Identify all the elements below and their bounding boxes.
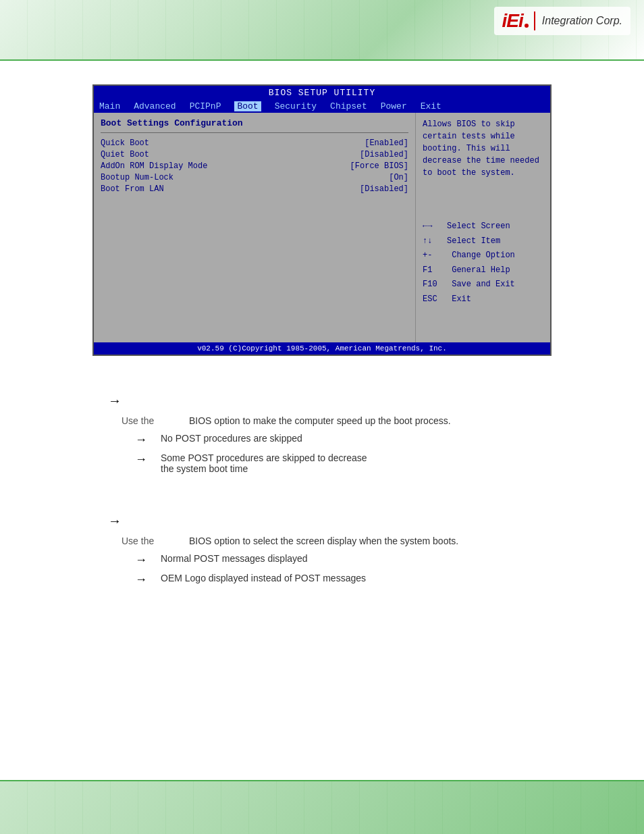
bios-divider: [101, 132, 408, 133]
bios-option-quick-boot[interactable]: Quick Boot [Enabled]: [101, 138, 408, 148]
section2-description-text: BIOS option to select the screen display…: [189, 536, 536, 546]
content-section-2: → Use the BIOS option to select the scre…: [41, 486, 603, 599]
bios-right-panel: Allows BIOS to skip certain tests while …: [415, 113, 550, 342]
bios-option-value-numlock: [On]: [389, 173, 408, 182]
section1-heading-arrow: →: [108, 393, 536, 409]
logo-area: iEi Integration Corp.: [494, 7, 630, 35]
nav-main[interactable]: Main: [99, 101, 120, 111]
section2-sub-option-1: → Normal POST messages displayed: [108, 553, 536, 567]
bios-option-quiet-boot[interactable]: Quiet Boot [Disabled]: [101, 150, 408, 159]
section2-sub-text-2: OEM Logo displayed instead of POST messa…: [161, 573, 366, 583]
bios-option-label-quiet-boot: Quiet Boot: [101, 150, 360, 159]
nav-exit[interactable]: Exit: [421, 101, 441, 111]
bios-option-label-quick-boot: Quick Boot: [101, 138, 365, 148]
nav-pcipnp[interactable]: PCIPnP: [190, 101, 221, 111]
bios-option-value-quick-boot: [Enabled]: [365, 138, 408, 148]
section1-description-text: BIOS option to make the computer speed u…: [189, 415, 536, 426]
key-row-f1: F1 General Help: [423, 263, 543, 278]
logo-text: Integration Corp.: [542, 15, 622, 27]
nav-boot[interactable]: Boot: [234, 101, 261, 111]
key-row-updown: ↑↓ Select Item: [423, 234, 543, 249]
bios-nav: Main Advanced PCIPnP Boot Security Chips…: [94, 100, 550, 113]
content-section-1: → Use the BIOS option to make the comput…: [41, 366, 603, 486]
section2-sub-text-1: Normal POST messages displayed: [161, 553, 308, 564]
bios-footer: v02.59 (C)Copyright 1985-2005, American …: [94, 342, 550, 355]
section2-sub-option-2: → OEM Logo displayed instead of POST mes…: [108, 573, 536, 587]
bios-option-value-boot-lan: [Disabled]: [360, 184, 408, 194]
bios-body: Boot Settings Configuration Quick Boot […: [94, 113, 550, 342]
bios-left-panel: Boot Settings Configuration Quick Boot […: [94, 113, 415, 342]
section1-description: Use the BIOS option to make the computer…: [108, 415, 536, 426]
bios-option-numlock[interactable]: Bootup Num-Lock [On]: [101, 173, 408, 182]
logo-iei: iEi: [502, 10, 523, 32]
nav-security[interactable]: Security: [275, 101, 317, 111]
bios-option-label-boot-lan: Boot From LAN: [101, 184, 360, 194]
key-row-arrows: ←→ Select Screen: [423, 219, 543, 234]
section1-sub-text-2: Some POST procedures are skipped to decr…: [161, 452, 367, 474]
logo-dot: [525, 24, 529, 28]
sub-arrow-2: →: [135, 452, 147, 467]
bios-option-boot-lan[interactable]: Boot From LAN [Disabled]: [101, 184, 408, 194]
section2-use-the-label: Use the: [122, 536, 189, 546]
section1-sub-option-2: → Some POST procedures are skipped to de…: [108, 452, 536, 474]
bottom-circuit-decoration: [0, 781, 644, 834]
sub-arrow-1: →: [135, 433, 147, 447]
key-row-esc: ESC Exit: [423, 292, 543, 307]
bios-option-value-quiet-boot: [Disabled]: [360, 150, 408, 159]
section2-heading-arrow: →: [108, 513, 536, 529]
section1-sub-text-1: No POST procedures are skipped: [161, 433, 302, 444]
bios-option-label-addon-rom: AddOn ROM Display Mode: [101, 161, 350, 171]
section1-sub-option-1: → No POST procedures are skipped: [108, 433, 536, 447]
bios-title: BIOS SETUP UTILITY: [94, 86, 550, 100]
logo-divider: [534, 11, 535, 30]
section1-use-the-label: Use the: [122, 415, 189, 426]
bios-keys: ←→ Select Screen ↑↓ Select Item +- Chang…: [423, 219, 543, 307]
section2-description: Use the BIOS option to select the screen…: [108, 536, 536, 546]
bios-option-addon-rom[interactable]: AddOn ROM Display Mode [Force BIOS]: [101, 161, 408, 171]
main-content: BIOS SETUP UTILITY Main Advanced PCIPnP …: [0, 61, 644, 613]
nav-chipset[interactable]: Chipset: [330, 101, 367, 111]
bios-screen: BIOS SETUP UTILITY Main Advanced PCIPnP …: [92, 84, 552, 356]
sub-arrow-4: →: [135, 573, 147, 587]
nav-advanced[interactable]: Advanced: [134, 101, 176, 111]
sub-arrow-3: →: [135, 553, 147, 567]
key-row-f10: F10 Save and Exit: [423, 278, 543, 292]
bios-option-label-numlock: Bootup Num-Lock: [101, 173, 389, 182]
nav-power[interactable]: Power: [381, 101, 407, 111]
key-row-plusminus: +- Change Option: [423, 249, 543, 263]
bios-section-title: Boot Settings Configuration: [101, 118, 408, 128]
top-header: iEi Integration Corp.: [0, 0, 644, 61]
bottom-footer: [0, 780, 644, 834]
bios-option-value-addon-rom: [Force BIOS]: [350, 161, 408, 171]
bios-help-text: Allows BIOS to skip certain tests while …: [423, 118, 543, 179]
